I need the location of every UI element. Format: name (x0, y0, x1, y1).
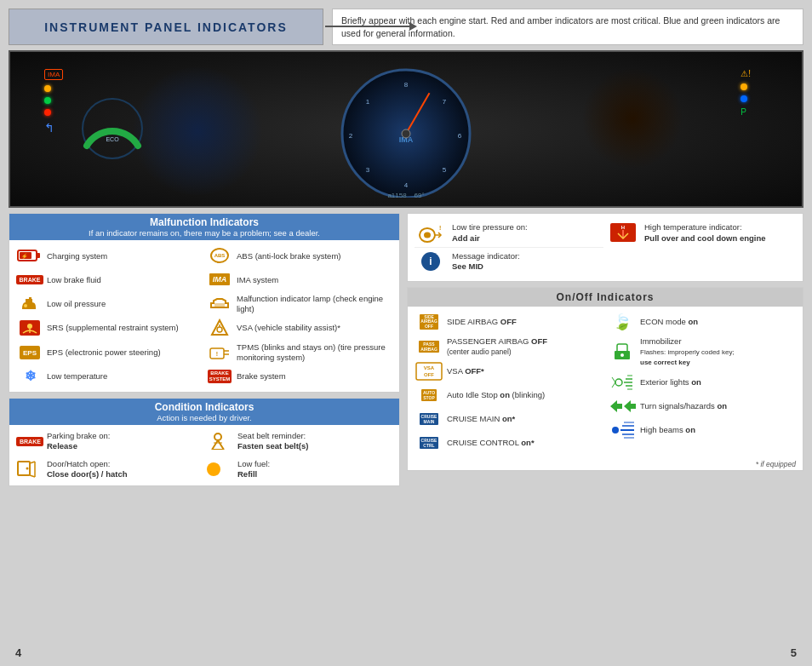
info-items: ! Low tire pressure on:Add air (408, 214, 803, 280)
list-item: 🍃 ECON mode on (606, 310, 798, 334)
vsa-icon (206, 319, 233, 337)
page-number-left: 4 (15, 646, 21, 659)
svg-point-51 (615, 379, 622, 386)
indicator-label: Low temperature (47, 371, 107, 381)
parking-brake-icon: BRAKE (16, 437, 43, 446)
condition-label: Door/Hatch open:Close door(s) / hatch (47, 459, 127, 480)
svg-text:VSA: VSA (424, 365, 435, 370)
condition-label: Parking brake on:Release (47, 431, 110, 452)
svg-text:7: 7 (443, 98, 447, 106)
abs-icon: ABS (206, 246, 233, 265)
low-temp-icon: ❄ (16, 367, 43, 386)
door-open-icon (16, 459, 43, 479)
indicator-label: Malfunction indicator lamp (check engine… (237, 294, 392, 313)
condition-title: Condition Indicators (14, 401, 394, 413)
svg-text:ECO: ECO (106, 136, 119, 142)
list-item: VSA (vehicle stability assist)* (204, 316, 394, 340)
list-item: AUTOSTOP Auto Idle Stop on (blinking) (413, 383, 604, 407)
svg-text:5: 5 (443, 166, 447, 174)
onoff-right: 🍃 ECON mode on (606, 310, 798, 456)
high-temp-icon: H (609, 222, 638, 243)
onoff-grid: SIDEAIRBAGOFF SIDE AIRBAG OFF PASSAIRBAG (408, 307, 803, 459)
right-info-grid: ! Low tire pressure on:Add air (415, 219, 796, 275)
svg-point-11 (402, 129, 410, 138)
svg-text:1: 1 (366, 98, 370, 106)
top-section: INSTRUMENT PANEL INDICATORS Briefly appe… (9, 9, 803, 45)
onoff-label: ECON mode on (640, 317, 698, 327)
brake-system-icon: BRAKESYSTEM (206, 367, 233, 386)
onoff-title: On/Off Indicators (556, 291, 654, 303)
footnote: * if equipped (408, 458, 803, 470)
onoff-label: ImmobilizerFlashes: improperly coded key… (640, 336, 735, 368)
svg-text:6: 6 (458, 132, 462, 140)
indicator-label: Low brake fluid (47, 275, 101, 284)
indicator-label: Low oil pressure (47, 299, 106, 308)
instrument-image: 8 7 6 5 4 3 2 1 IMA IMA (9, 50, 803, 208)
onoff-label: Auto Idle Stop on (blinking) (447, 390, 545, 400)
malfunction-section: Malfunction Indicators If an indicator r… (9, 213, 400, 393)
svg-text:3: 3 (366, 166, 370, 174)
svg-line-34 (30, 475, 35, 477)
svg-point-50 (620, 353, 624, 357)
malfunction-lamp-icon (206, 295, 233, 313)
list-item: CRUISECTRL CRUISE CONTROL on* (413, 431, 604, 455)
svg-point-22 (27, 324, 32, 329)
list-item: Seat belt reminder:Fasten seat belt(s) (205, 428, 394, 455)
malfunction-header: Malfunction Indicators If an indicator r… (9, 214, 399, 240)
svg-line-58 (612, 382, 615, 388)
list-item: ImmobilizerFlashes: improperly coded key… (606, 334, 798, 370)
title-box: INSTRUMENT PANEL INDICATORS (9, 9, 323, 45)
onoff-label: High beams on (640, 425, 695, 435)
list-item: H High temperature indicator:Pull over a… (607, 219, 796, 247)
list-item: Malfunction indicator lamp (check engine… (204, 291, 394, 316)
econ-icon: 🍃 (608, 313, 637, 331)
right-column: ! Low tire pressure on:Add air (407, 213, 803, 486)
list-item: SRS (supplemental restraint system) (14, 316, 204, 340)
cruise-control-icon: CRUISECTRL (415, 433, 443, 452)
malfunction-subtitle: If an indicator remains on, there may be… (14, 228, 394, 238)
list-item: ABS ABS (anti-lock brake system) (204, 244, 394, 267)
malfunction-grid: ⚡ Charging system ABS ABS (anti-lock bra… (9, 240, 399, 392)
list-item: Turn signals/hazards on (606, 394, 798, 418)
page-container: INSTRUMENT PANEL INDICATORS Briefly appe… (0, 0, 812, 666)
page-title: INSTRUMENT PANEL INDICATORS (44, 20, 288, 34)
vsa-off-icon: VSA OFF (415, 362, 443, 381)
onoff-section: On/Off Indicators SIDEAIRBAGOFF SIDE AIR… (407, 287, 803, 472)
list-item: BRAKE Parking brake on:Release (14, 428, 203, 455)
right-info-section: ! Low tire pressure on:Add air (407, 213, 803, 281)
page-number-right: 5 (791, 646, 797, 659)
condition-label: Low fuel:Refill (237, 459, 270, 480)
auto-idle-stop-icon: AUTOSTOP (415, 386, 443, 405)
brake-fluid-icon: BRAKE (16, 270, 43, 289)
info-text: Message indicator:See MID (452, 251, 520, 273)
svg-point-59 (612, 427, 619, 433)
indicator-label: ABS (anti-lock brake system) (237, 251, 340, 261)
condition-subtitle: Action is needed by driver. (14, 413, 394, 422)
list-item: ⚡ Charging system (14, 244, 204, 267)
list-item: PASSAIRBAG PASSENGER AIRBAG OFF(center a… (413, 334, 604, 360)
onoff-label: PASSENGER AIRBAG OFF(center audio panel) (447, 336, 547, 358)
pass-airbag-icon: PASSAIRBAG (415, 337, 443, 356)
list-item: ! Low tire pressure on:Add air (415, 219, 603, 248)
svg-point-38 (424, 233, 431, 238)
svg-text:!: ! (216, 351, 218, 357)
list-item: Door/Hatch open:Close door(s) / hatch (14, 456, 203, 483)
tire-pressure-icon: ! (416, 222, 445, 243)
indicator-label: Brake system (237, 371, 286, 381)
list-item: BRAKE Low brake fluid (14, 267, 204, 291)
svg-text:EPS: EPS (23, 349, 37, 357)
list-item: VSA OFF VSA OFF* (413, 359, 604, 383)
condition-section: Condition Indicators Action is needed by… (9, 398, 400, 486)
list-item: High beams on (606, 418, 798, 442)
oil-pressure-icon (16, 295, 43, 313)
svg-rect-19 (29, 297, 31, 301)
svg-point-24 (217, 327, 222, 332)
onoff-header: On/Off Indicators (408, 288, 803, 307)
cruise-main-icon: CRUISEMAIN (415, 410, 443, 428)
svg-text:H: H (621, 225, 625, 230)
svg-text:4: 4 (404, 181, 409, 189)
battery-icon: ⚡ (16, 246, 43, 265)
right-info-right: H High temperature indicator:Pull over a… (607, 219, 796, 275)
tpms-icon: ! (206, 343, 233, 362)
svg-text:⚡: ⚡ (21, 253, 28, 260)
